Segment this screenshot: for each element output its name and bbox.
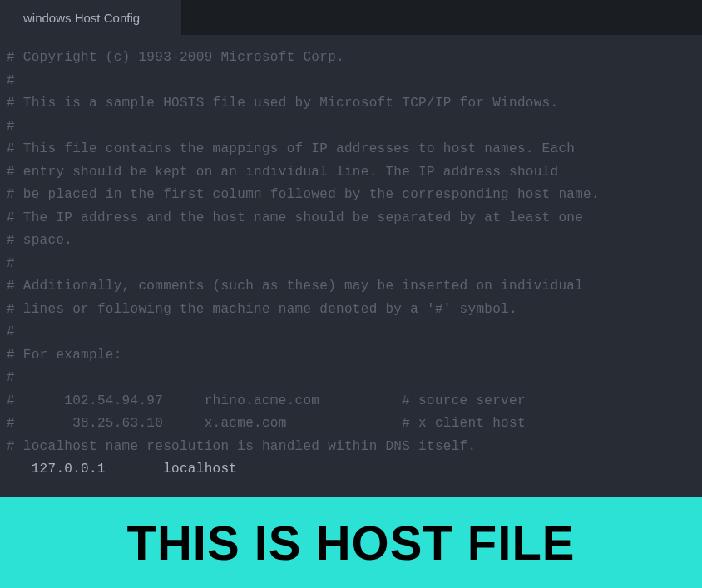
code-line: # [7,367,695,390]
code-line: # localhost name resolution is handled w… [7,436,695,459]
code-line: # 102.54.94.97 rhino.acme.com # source s… [7,390,695,413]
code-line: # Copyright (c) 1993-2009 Microsoft Corp… [7,47,695,70]
code-line: 127.0.0.1 localhost [7,458,695,482]
code-line: # This file contains the mappings of IP … [7,138,695,161]
code-line: # [7,116,695,139]
code-line: # space. [7,230,695,253]
code-line: # entry should be kept on an individual … [7,161,695,185]
tab-label: windows Host Config [23,11,140,25]
code-line: # The IP address and the host name shoul… [7,207,695,230]
banner-text: THIS IS HOST FILE [126,515,575,571]
tab-windows-host-config[interactable]: windows Host Config [0,0,182,35]
code-line: # [7,321,695,344]
code-line: # [7,253,695,276]
code-line: # 38.25.63.10 x.acme.com # x client host [7,413,695,436]
code-line: # This is a sample HOSTS file used by Mi… [7,92,695,116]
code-line: # Additionally, comments (such as these)… [7,275,695,299]
code-line: # be placed in the first column followed… [7,184,695,207]
code-line: # [7,70,695,93]
editor-area[interactable]: # Copyright (c) 1993-2009 Microsoft Corp… [0,35,702,497]
tab-bar: windows Host Config [0,0,702,35]
banner: THIS IS HOST FILE [0,497,702,588]
code-line: # lines or following the machine name de… [7,299,695,322]
code-line: # For example: [7,344,695,368]
